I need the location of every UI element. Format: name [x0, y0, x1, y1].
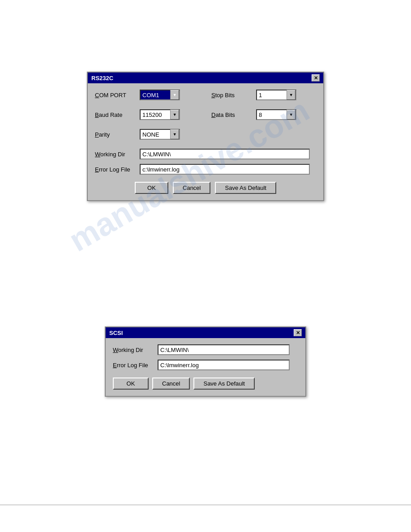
stop-bits-select-wrapper[interactable]: 1 1.5 2 ▼	[256, 90, 296, 100]
error-log-input[interactable]	[140, 164, 310, 175]
working-dir-row: Working Dir	[95, 149, 316, 159]
scsi-working-dir-row: Working Dir	[113, 344, 298, 355]
data-bits-label: Data Bits	[211, 112, 256, 118]
data-bits-dropdown-arrow[interactable]: ▼	[287, 110, 295, 120]
scsi-button-row: OK Cancel Save As Default	[113, 378, 298, 390]
scsi-error-log-input[interactable]	[158, 360, 290, 370]
scsi-ok-button[interactable]: OK	[113, 378, 149, 390]
scsi-cancel-button[interactable]: Cancel	[152, 378, 190, 390]
baud-rate-label: Baud Rate	[95, 112, 140, 118]
parity-select[interactable]: NONE ODD EVEN	[141, 130, 170, 139]
baud-rate-dropdown-arrow[interactable]: ▼	[170, 110, 179, 120]
data-bits-select[interactable]: 7 8	[257, 110, 287, 119]
rs232c-cancel-button[interactable]: Cancel	[173, 182, 210, 194]
parity-select-wrapper[interactable]: NONE ODD EVEN ▼	[140, 129, 180, 140]
stop-bits-row: Stop Bits 1 1.5 2 ▼	[211, 90, 296, 100]
stop-bits-select[interactable]: 1 1.5 2	[257, 90, 287, 99]
data-bits-select-wrapper[interactable]: 7 8 ▼	[256, 109, 296, 120]
data-bits-row: Data Bits 7 8 ▼	[211, 109, 296, 120]
parity-label: Parity	[95, 131, 140, 138]
scsi-title-bar: SCSI ✕	[106, 327, 305, 338]
rs232c-ok-button[interactable]: OK	[135, 182, 168, 194]
scsi-working-dir-label: Working Dir	[113, 347, 158, 353]
com-port-dropdown-arrow[interactable]: ▼	[170, 90, 179, 100]
stop-bits-dropdown-arrow[interactable]: ▼	[287, 90, 295, 100]
rs232c-save-default-button[interactable]: Save As Default	[215, 182, 276, 194]
baud-rate-select[interactable]: 9600 19200 38400 57600 115200	[141, 110, 170, 119]
rs232c-title-bar: RS232C ✕	[88, 73, 323, 83]
scsi-error-log-row: Error Log File	[113, 360, 298, 370]
scsi-save-default-button[interactable]: Save As Default	[193, 378, 255, 390]
rs232c-close-button[interactable]: ✕	[312, 74, 320, 82]
com-port-select[interactable]: COM1 COM2 COM3 COM4	[141, 90, 170, 99]
stop-bits-label: Stop Bits	[211, 92, 256, 99]
scsi-dialog: SCSI ✕ Working Dir Error Log File	[105, 326, 306, 397]
working-dir-input[interactable]	[140, 149, 310, 159]
com-port-label: COM PORT	[95, 92, 140, 99]
parity-row: Parity NONE ODD EVEN ▼	[95, 129, 180, 140]
scsi-error-log-label: Error Log File	[113, 362, 158, 369]
working-dir-label: Working Dir	[95, 151, 140, 158]
baud-rate-select-wrapper[interactable]: 9600 19200 38400 57600 115200 ▼	[140, 109, 180, 120]
rs232c-dialog: RS232C ✕ COM PORT COM1	[87, 72, 324, 201]
bottom-divider	[0, 505, 411, 505]
parity-dropdown-arrow[interactable]: ▼	[170, 129, 179, 139]
scsi-close-button[interactable]: ✕	[294, 329, 302, 336]
scsi-title: SCSI	[109, 330, 123, 336]
error-log-row: Error Log File	[95, 164, 316, 175]
rs232c-button-row: OK Cancel Save As Default	[95, 182, 316, 194]
com-port-row: COM PORT COM1 COM2 COM3 COM4 ▼	[95, 90, 180, 100]
rs232c-title: RS232C	[91, 75, 113, 82]
baud-rate-row: Baud Rate 9600 19200 38400 57600 115200 …	[95, 109, 180, 120]
error-log-label: Error Log File	[95, 166, 140, 173]
scsi-working-dir-input[interactable]	[158, 344, 290, 355]
com-port-select-wrapper[interactable]: COM1 COM2 COM3 COM4 ▼	[140, 90, 180, 100]
